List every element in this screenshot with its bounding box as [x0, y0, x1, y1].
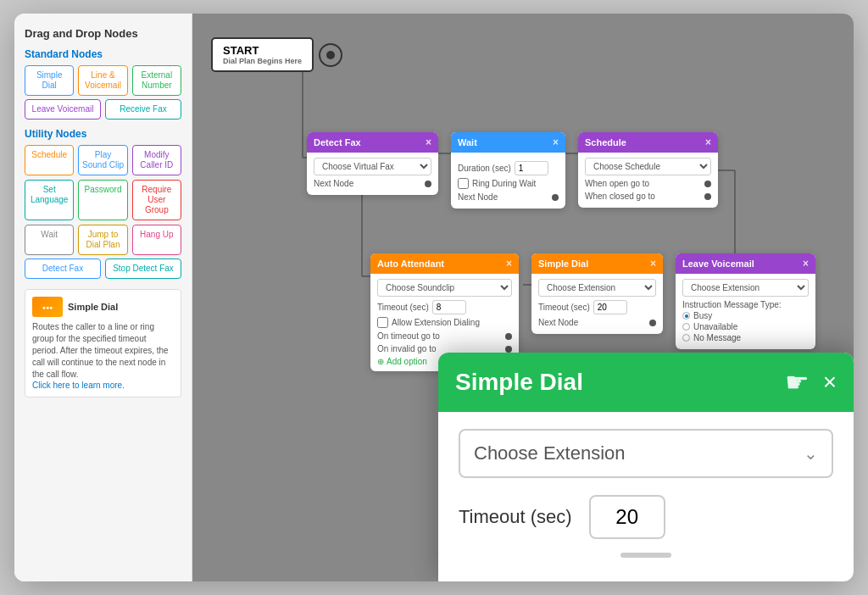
- utility-nodes-grid2: Detect Fax Stop Detect Fax: [25, 259, 181, 279]
- schedule-title: Schedule: [585, 137, 626, 147]
- schedule-open-label: When open go to: [585, 179, 649, 188]
- node-set-language[interactable]: Set Language: [25, 180, 74, 220]
- auto-allow-row: Allow Extension Dialing: [377, 317, 512, 328]
- simple-dial-flow-node: Simple Dial × Choose Extension Timeout (…: [531, 253, 663, 334]
- node-wait[interactable]: Wait: [25, 225, 74, 255]
- hint-box: ●●● Simple Dial Routes the caller to a l…: [25, 289, 181, 398]
- popup-icons: ☛ ×: [785, 366, 837, 398]
- auto-invalid-dot: [505, 346, 512, 353]
- auto-attendant-title: Auto Attendant: [377, 259, 444, 269]
- simple-dial-flow-close[interactable]: ×: [650, 258, 656, 270]
- node-receive-fax[interactable]: Receive Fax: [105, 99, 181, 120]
- detect-fax-next: Next Node: [314, 179, 431, 188]
- schedule-close[interactable]: ×: [705, 136, 711, 148]
- radio-no-message[interactable]: [682, 334, 690, 342]
- standard-nodes-grid: Simple Dial Line & Voicemail External Nu…: [25, 65, 181, 96]
- detect-fax-header: Detect Fax ×: [307, 132, 438, 153]
- detect-fax-close[interactable]: ×: [426, 136, 431, 148]
- detect-fax-node: Detect Fax × Choose Virtual Fax Next Nod…: [307, 132, 438, 195]
- leave-voicemail-select[interactable]: Choose Extension: [682, 279, 809, 297]
- node-require-user[interactable]: Require User Group: [132, 180, 181, 220]
- node-stop-detect-fax[interactable]: Stop Detect Fax: [105, 259, 181, 279]
- sidebar: Drag and Drop Nodes Standard Nodes Simpl…: [14, 14, 192, 581]
- radio-busy-row: Busy: [682, 311, 809, 320]
- auto-attendant-select[interactable]: Choose Soundclip: [377, 279, 512, 297]
- grab-icon: ☛: [785, 366, 810, 398]
- schedule-closed-dot: [704, 193, 711, 200]
- wait-close[interactable]: ×: [553, 136, 559, 148]
- add-option-label: Add option: [387, 357, 427, 366]
- radio-unavailable-label: Unavailable: [693, 322, 737, 331]
- wait-body: Duration (sec) Ring During Wait Next Nod…: [451, 153, 565, 209]
- simple-dial-flow-select[interactable]: Choose Extension: [538, 279, 656, 297]
- node-simple-dial[interactable]: Simple Dial: [25, 65, 74, 96]
- popup-timeout-input[interactable]: [589, 495, 665, 539]
- simple-dial-timeout-input[interactable]: [593, 300, 627, 314]
- popup-body: Choose Extension ⌄ Timeout (sec): [438, 412, 854, 581]
- popup-select-row: Choose Extension ⌄: [459, 429, 833, 478]
- auto-timeout-go-row: On timeout go to: [377, 331, 512, 341]
- hint-title-row: ●●● Simple Dial: [32, 297, 174, 317]
- auto-timeout-dot: [505, 333, 512, 340]
- popup-extension-placeholder: Choose Extension: [474, 442, 626, 464]
- detect-fax-select[interactable]: Choose Virtual Fax: [314, 158, 431, 175]
- wait-duration-row: Duration (sec): [458, 161, 559, 175]
- node-modify-caller[interactable]: Modify Caller ID: [132, 145, 181, 175]
- schedule-open-row: When open go to: [585, 179, 711, 188]
- radio-busy[interactable]: [682, 312, 690, 320]
- hint-label: Simple Dial: [68, 302, 118, 312]
- simple-dial-flow-body: Choose Extension Timeout (sec) Next Node: [531, 274, 663, 334]
- schedule-select[interactable]: Choose Schedule: [585, 158, 711, 175]
- detect-fax-title: Detect Fax: [314, 137, 361, 147]
- radio-unavailable[interactable]: [682, 323, 690, 331]
- hint-link[interactable]: Click here to learn more.: [32, 381, 174, 390]
- simple-dial-timeout-label: Timeout (sec): [538, 303, 590, 312]
- hint-icon: ●●●: [32, 297, 63, 317]
- wait-header: Wait ×: [451, 132, 565, 153]
- node-play-sound[interactable]: Play Sound Clip: [78, 145, 127, 175]
- node-external-number[interactable]: External Number: [132, 65, 181, 96]
- node-detect-fax[interactable]: Detect Fax: [25, 259, 101, 279]
- leave-voicemail-node: Leave Voicemail × Choose Extension Instr…: [676, 253, 815, 349]
- start-dot-icon: [319, 43, 342, 67]
- node-schedule[interactable]: Schedule: [25, 145, 74, 175]
- node-leave-voicemail[interactable]: Leave Voicemail: [25, 99, 101, 120]
- node-password[interactable]: Password: [78, 180, 127, 220]
- node-jump-dial[interactable]: Jump to Dial Plan: [78, 225, 127, 255]
- auto-allow-checkbox[interactable]: [377, 317, 388, 328]
- simple-dial-timeout-row: Timeout (sec): [538, 300, 656, 314]
- auto-allow-label: Allow Extension Dialing: [392, 318, 480, 327]
- schedule-node: Schedule × Choose Schedule When open go …: [578, 132, 718, 208]
- popup-title: Simple Dial: [455, 369, 583, 396]
- wait-dot: [552, 194, 559, 201]
- radio-unavailable-row: Unavailable: [682, 322, 809, 331]
- utility-nodes-grid: Schedule Play Sound Clip Modify Caller I…: [25, 145, 181, 255]
- leave-voicemail-body: Choose Extension Instruction Message Typ…: [676, 274, 815, 349]
- start-box: START Dial Plan Begins Here: [211, 37, 314, 72]
- simple-dial-flow-header: Simple Dial ×: [531, 253, 663, 274]
- wait-title: Wait: [458, 137, 477, 147]
- auto-attendant-header: Auto Attendant ×: [370, 253, 519, 274]
- wait-duration-label: Duration (sec): [458, 164, 511, 173]
- wait-ring-checkbox[interactable]: [458, 178, 469, 189]
- wait-duration-input[interactable]: [515, 161, 548, 175]
- radio-busy-label: Busy: [693, 311, 712, 320]
- leave-voicemail-title: Leave Voicemail: [682, 259, 754, 269]
- standard-nodes-title: Standard Nodes: [25, 48, 181, 60]
- standard-nodes-grid2: Leave Voicemail Receive Fax: [25, 99, 181, 120]
- leave-voicemail-close[interactable]: ×: [803, 258, 809, 270]
- auto-ontimeout-label: On timeout go to: [377, 331, 440, 341]
- node-hang-up[interactable]: Hang Up: [132, 225, 181, 255]
- popup-timeout-label: Timeout (sec): [459, 506, 572, 528]
- popup-extension-select[interactable]: Choose Extension ⌄: [459, 429, 833, 478]
- wait-next-row: Next Node: [458, 192, 559, 202]
- sidebar-title: Drag and Drop Nodes: [25, 27, 181, 40]
- node-line-voicemail[interactable]: Line & Voicemail: [78, 65, 127, 96]
- popup-close-button[interactable]: ×: [823, 370, 837, 394]
- auto-timeout-input[interactable]: [432, 300, 466, 314]
- auto-attendant-close[interactable]: ×: [506, 258, 512, 270]
- simple-dial-next-dot: [649, 320, 656, 326]
- start-sublabel: Dial Plan Begins Here: [223, 57, 302, 65]
- simple-dial-popup: Simple Dial ☛ × Choose Extension ⌄ Timeo…: [438, 353, 854, 581]
- radio-no-message-row: No Message: [682, 333, 809, 342]
